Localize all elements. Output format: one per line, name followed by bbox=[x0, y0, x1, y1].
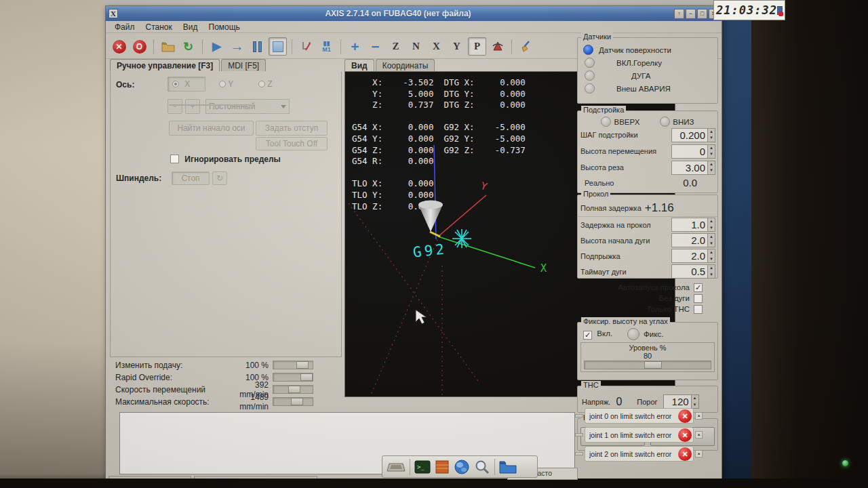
notification-grip bbox=[575, 433, 583, 436]
run-from-line-button[interactable] bbox=[297, 37, 315, 56]
spin-up-icon[interactable]: ▲ bbox=[707, 145, 715, 152]
view-perspective-button[interactable]: P bbox=[468, 37, 486, 56]
spindle-stop-button[interactable]: Стоп bbox=[172, 171, 210, 185]
arc-timeout-spinner[interactable]: 0.5 ▲▼ bbox=[671, 264, 715, 279]
spin-up-icon[interactable]: ▲ bbox=[707, 249, 715, 256]
spin-down-icon[interactable]: ▼ bbox=[707, 225, 715, 232]
jump-height-spinner[interactable]: 2.0 ▲▼ bbox=[671, 249, 715, 263]
jog-plus-button[interactable]: + bbox=[185, 99, 200, 114]
spin-down-icon[interactable]: ▼ bbox=[707, 256, 715, 263]
search-magnifier-icon[interactable] bbox=[474, 459, 490, 475]
thc-threshold-label: Порог bbox=[637, 398, 657, 406]
slider-handle[interactable] bbox=[291, 398, 303, 405]
auto-pierce-flag[interactable]: Автозапуск прокола ✓ bbox=[578, 282, 717, 293]
pierce-delay-row: Задержка на прокол 1.0 ▲▼ bbox=[578, 217, 717, 232]
spin-down-icon[interactable]: ▼ bbox=[707, 272, 715, 279]
maximize-button[interactable]: □ bbox=[697, 9, 707, 19]
spin-down-icon[interactable]: ▼ bbox=[707, 135, 715, 142]
view-y-icon: Y bbox=[453, 41, 460, 52]
home-axis-button[interactable]: Найти начало оси bbox=[169, 121, 254, 136]
ignore-limits-checkbox[interactable]: Игнорировать пределы bbox=[170, 155, 281, 164]
menu-view[interactable]: Вид bbox=[178, 22, 203, 33]
pierce-delay-spinner[interactable]: 1.0 ▲▼ bbox=[671, 218, 715, 232]
spin-up-icon[interactable]: ▲ bbox=[707, 218, 715, 225]
machine-power-button[interactable]: O bbox=[130, 37, 149, 56]
spin-down-icon[interactable]: ▼ bbox=[707, 241, 715, 247]
monitor-bezel-bottom bbox=[0, 479, 868, 488]
thc-threshold-spinner[interactable]: 120 ▲▼ bbox=[663, 394, 699, 409]
spin-up-icon[interactable]: ▲ bbox=[707, 234, 715, 241]
desktop-background bbox=[721, 0, 753, 480]
tuning-group: Подстройка ВВЕРХ ВНИЗ ШАГ подстройки 0.2… bbox=[577, 110, 718, 193]
view-z-button[interactable]: Z bbox=[387, 37, 405, 56]
step-button[interactable]: → bbox=[228, 37, 246, 56]
arc-ok-led bbox=[585, 70, 595, 81]
zoom-out-button[interactable]: − bbox=[366, 37, 384, 56]
menu-machine[interactable]: Станок bbox=[141, 22, 177, 33]
level-slider[interactable] bbox=[584, 361, 711, 369]
globe-browser-icon[interactable] bbox=[454, 459, 470, 475]
minimize-button[interactable]: − bbox=[686, 9, 696, 19]
jog-speed-slider[interactable] bbox=[273, 385, 313, 394]
jog-minus-button[interactable]: - bbox=[167, 99, 182, 114]
spin-up-icon[interactable]: ▲ bbox=[691, 395, 698, 402]
optional-pause-button[interactable]: ▮▮M1 bbox=[317, 37, 336, 56]
dismiss-error-button[interactable]: × bbox=[695, 412, 703, 420]
spindle-reverse-icon[interactable]: ↻ bbox=[212, 171, 227, 185]
x-axis-label: X bbox=[540, 262, 547, 274]
spin-down-icon[interactable]: ▼ bbox=[707, 151, 715, 158]
terminal-icon[interactable]: >_ bbox=[414, 460, 431, 474]
toolbar-separator bbox=[202, 39, 203, 54]
power-icon: O bbox=[133, 40, 146, 54]
tune-step-spinner[interactable]: 0.200 ▲▼ bbox=[671, 128, 715, 142]
thc-only-flag[interactable]: Только THC bbox=[578, 304, 717, 314]
view-z2-icon: N bbox=[412, 41, 420, 52]
rollup-button[interactable]: ↑ bbox=[674, 9, 684, 19]
view-z2-button[interactable]: N bbox=[407, 37, 425, 56]
run-button[interactable]: ▶ bbox=[208, 37, 226, 56]
rotate-view-button[interactable] bbox=[488, 37, 507, 56]
error-text: joint 2 on limit switch error bbox=[589, 450, 676, 458]
jog-mode-combo[interactable]: Постоянный bbox=[205, 99, 290, 114]
show-desktop-icon[interactable] bbox=[387, 461, 406, 473]
menu-help[interactable]: Помощь bbox=[204, 22, 245, 33]
dismiss-error-button[interactable]: × bbox=[695, 431, 703, 439]
feed-override-slider[interactable] bbox=[273, 361, 313, 369]
slider-handle[interactable] bbox=[300, 373, 313, 381]
toolbar-separator bbox=[292, 39, 292, 54]
slider-handle[interactable] bbox=[296, 361, 309, 369]
axis-radio-x[interactable]: X bbox=[167, 77, 205, 92]
travel-height-spinner[interactable]: 0 ▲▼ bbox=[671, 144, 715, 159]
axis-radio-y[interactable]: Y bbox=[219, 79, 233, 89]
clear-plot-button[interactable] bbox=[517, 37, 535, 56]
no-arc-flag[interactable]: Без дуги bbox=[578, 293, 717, 304]
pause-button[interactable] bbox=[248, 37, 267, 56]
reload-button[interactable]: ↻ bbox=[179, 37, 197, 56]
spin-up-icon[interactable]: ▲ bbox=[707, 265, 715, 272]
set-offset-button[interactable]: Задать отступ bbox=[256, 121, 328, 136]
spin-up-icon[interactable]: ▲ bbox=[707, 161, 715, 168]
max-velocity-slider[interactable] bbox=[273, 397, 313, 406]
view-x-button[interactable]: X bbox=[427, 37, 446, 56]
slider-handle[interactable] bbox=[288, 386, 300, 393]
zoom-in-button[interactable]: + bbox=[346, 37, 364, 56]
error-notification: joint 1 on limit switch error ✕ × bbox=[575, 426, 703, 443]
arc-start-height-spinner[interactable]: 2.0 ▲▼ bbox=[671, 233, 715, 247]
tool-touch-off-button[interactable]: Tool Touch Off bbox=[256, 137, 328, 150]
titlebar[interactable]: X AXIS 2.7.14 on FUBAG40 (нет файла) ↑ −… bbox=[106, 6, 722, 21]
spin-down-icon[interactable]: ▼ bbox=[707, 167, 715, 174]
cut-height-spinner[interactable]: 3.00 ▲▼ bbox=[671, 161, 715, 175]
file-manager-folder-icon[interactable] bbox=[499, 460, 517, 474]
open-file-button[interactable] bbox=[159, 37, 177, 56]
menu-file[interactable]: Файл bbox=[110, 22, 140, 33]
package-icon[interactable] bbox=[435, 460, 450, 474]
rapid-override-slider[interactable] bbox=[273, 373, 313, 382]
stop-button[interactable] bbox=[269, 37, 287, 56]
corner-enable-checkbox[interactable]: ✓ Вкл. bbox=[583, 329, 612, 340]
view-y-button[interactable]: Y bbox=[448, 37, 466, 56]
estop-button[interactable]: ✕ bbox=[110, 37, 128, 56]
dismiss-error-button[interactable]: × bbox=[695, 450, 703, 458]
axis-radio-z[interactable]: Z bbox=[258, 79, 273, 89]
slider-handle[interactable] bbox=[644, 361, 662, 369]
spin-up-icon[interactable]: ▲ bbox=[707, 129, 715, 136]
